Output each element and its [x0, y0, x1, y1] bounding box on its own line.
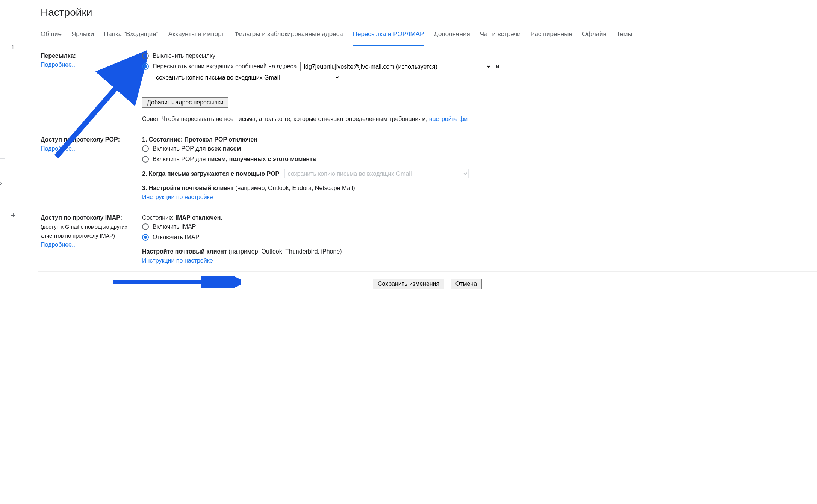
tab-accounts[interactable]: Аккаунты и импорт — [168, 27, 224, 42]
cancel-button[interactable]: Отмена — [451, 279, 482, 289]
pop-step2-label: 2. Когда письма загружаются с помощью PO… — [142, 171, 279, 177]
pop-status-prefix: 1. Состояние: — [142, 136, 185, 143]
pop-enable-now-bold: писем, полученных с этого момента — [207, 156, 316, 162]
tab-general[interactable]: Общие — [41, 27, 62, 42]
pop-enable-all-prefix: Включить POP для — [153, 145, 207, 152]
settings-tabs: Общие Ярлыки Папка "Входящие" Аккаунты и… — [38, 27, 817, 46]
enable-forwarding-label: Пересылать копии входящих сообщений на а… — [153, 62, 297, 71]
tab-forwarding-pop-imap[interactable]: Пересылка и POP/IMAP — [353, 27, 424, 46]
tab-themes[interactable]: Темы — [616, 27, 632, 42]
imap-configure-rest: (например, Outlook, Thunderbird, iPhone) — [227, 248, 342, 255]
imap-instructions-link[interactable]: Инструкции по настройке — [142, 257, 213, 264]
pop-label: Доступ по протоколу POP: — [41, 136, 120, 143]
tab-chat[interactable]: Чат и встречи — [480, 27, 521, 42]
tab-filters[interactable]: Фильтры и заблокированные адреса — [234, 27, 343, 42]
rail-divider — [0, 158, 5, 159]
imap-subnote: (доступ к Gmail с помощью других клиенто… — [41, 224, 127, 239]
pop-step3-bold: 3. Настройте почтовый клиент — [142, 185, 234, 191]
imap-status-value: IMAP отключен — [176, 214, 221, 221]
forwarding-address-select[interactable]: idg7jeubrtiujivosite@jivo-mail.com (испо… — [300, 62, 492, 71]
rail-divider — [0, 189, 5, 189]
pop-status-value: Протокол POP отключен — [185, 136, 257, 143]
annotation-arrow-icon — [113, 276, 241, 288]
imap-disable-label: Отключить IMAP — [153, 233, 199, 242]
pop-instructions-link[interactable]: Инструкции по настройке — [142, 194, 213, 200]
imap-configure-bold: Настройте почтовый клиент — [142, 248, 227, 255]
section-forwarding: Пересылка: Подробнее... Выключить пересы… — [38, 46, 817, 130]
forwarding-tip-text: Совет. Чтобы пересылать не все письма, а… — [142, 116, 429, 122]
tab-labels[interactable]: Ярлыки — [71, 27, 94, 42]
save-button[interactable]: Сохранить изменения — [373, 279, 444, 289]
forwarding-action-select[interactable]: сохранить копию письма во входящих Gmail — [153, 73, 340, 82]
pop-enable-all-bold: всех писем — [207, 145, 241, 152]
radio-imap-disable[interactable] — [142, 234, 149, 241]
tab-addons[interactable]: Дополнения — [434, 27, 470, 42]
disable-forwarding-label: Выключить пересылку — [153, 51, 215, 60]
and-text: и — [496, 62, 499, 71]
section-pop: Доступ по протоколу POP: Подробнее... 1.… — [38, 130, 817, 208]
imap-status-prefix: Состояние: — [142, 214, 176, 221]
imap-learn-more-link[interactable]: Подробнее... — [41, 241, 77, 248]
imap-status-dot: . — [221, 214, 222, 221]
plus-icon[interactable]: + — [11, 208, 16, 222]
left-rail: 1 › + — [0, 0, 23, 298]
pop-step3-rest: (например, Outlook, Eudora, Netscape Mai… — [234, 185, 357, 191]
tab-inbox[interactable]: Папка "Входящие" — [104, 27, 159, 42]
tab-offline[interactable]: Офлайн — [582, 27, 607, 42]
radio-pop-enable-all[interactable] — [142, 145, 149, 152]
pop-enable-now-prefix: Включить POP для — [153, 156, 207, 162]
imap-label: Доступ по протоколу IMAP: — [41, 214, 122, 221]
page-title: Настройки — [41, 5, 817, 20]
chevron-right-icon: › — [0, 179, 5, 186]
pop-learn-more-link[interactable]: Подробнее... — [41, 145, 77, 152]
radio-imap-enable[interactable] — [142, 223, 149, 230]
create-filter-link[interactable]: настройте фи — [429, 116, 468, 122]
button-bar: Сохранить изменения Отмена — [38, 272, 817, 298]
tab-advanced[interactable]: Расширенные — [531, 27, 572, 42]
rail-number: 1 — [11, 43, 14, 52]
forwarding-learn-more-link[interactable]: Подробнее... — [41, 62, 77, 68]
radio-pop-enable-now[interactable] — [142, 156, 149, 163]
section-imap: Доступ по протоколу IMAP: (доступ к Gmai… — [38, 208, 817, 272]
imap-enable-label: Включить IMAP — [153, 222, 196, 231]
pop-action-select: сохранить копию письма во входящих Gmail — [284, 169, 469, 178]
forwarding-label: Пересылка: — [41, 53, 76, 59]
add-forwarding-address-button[interactable]: Добавить адрес пересылки — [142, 97, 228, 108]
radio-disable-forwarding[interactable] — [142, 53, 149, 59]
radio-enable-forwarding[interactable] — [142, 63, 149, 70]
